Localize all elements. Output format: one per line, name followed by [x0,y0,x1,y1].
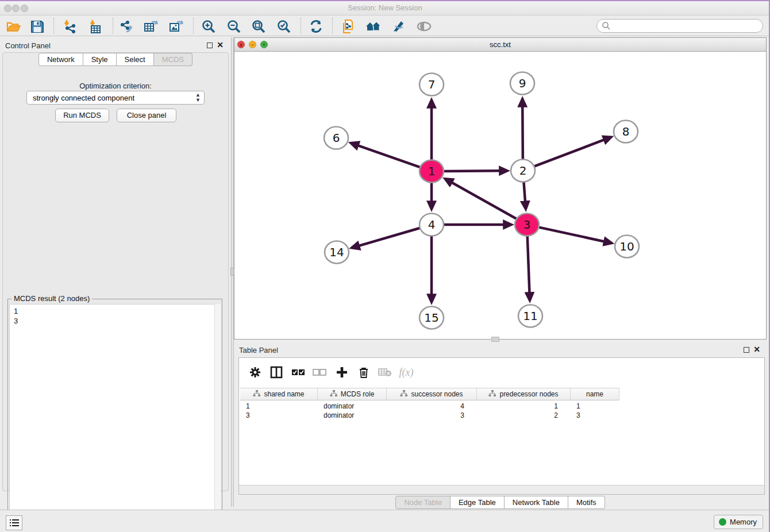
table-cell[interactable]: 1 [571,402,619,411]
network-close-button[interactable]: x [237,41,245,48]
tab-mcds[interactable]: MCDS [154,53,192,66]
network-graph[interactable]: 7968124314101511 [234,52,766,339]
edge-2-8[interactable] [533,140,605,167]
edge-4-14[interactable] [359,228,421,246]
graph-node-2[interactable]: 2 [511,160,535,182]
table-cell[interactable]: 2 [477,411,571,420]
column-header-name[interactable]: name [571,388,619,400]
open-session-icon[interactable] [5,18,21,34]
column-header-shared-name[interactable]: shared name [240,388,318,400]
export-network-icon[interactable] [118,18,134,34]
table-row[interactable]: 3dominator323 [240,411,619,420]
edge-1-2[interactable] [442,171,500,171]
import-table-icon[interactable] [87,18,103,34]
result-scrollbar[interactable] [214,304,221,514]
task-history-button[interactable] [6,515,22,530]
delete-icon[interactable] [356,365,371,380]
edge-2-3[interactable] [523,181,525,202]
graph-node-14[interactable]: 14 [325,241,349,264]
export-image-icon[interactable] [168,18,184,34]
zoom-in-icon[interactable] [201,18,217,34]
window-minimize-button[interactable] [12,5,20,12]
table-cell[interactable]: 3 [240,411,318,420]
graph-node-9[interactable]: 9 [510,72,534,95]
table-cell[interactable]: dominator [318,411,387,420]
table-cell[interactable]: dominator [318,402,387,411]
edge-3-1[interactable] [452,183,518,220]
refresh-icon[interactable] [308,18,324,34]
network-window-titlebar[interactable]: x − + scc.txt [234,38,766,52]
close-panel-button[interactable]: Close panel [117,109,176,122]
zoom-out-icon[interactable] [226,18,242,34]
gear-icon[interactable] [248,365,263,380]
column-header-predecessor-nodes[interactable]: predecessor nodes [477,388,571,400]
clone-network-icon[interactable] [340,18,356,34]
function-icon[interactable]: f(x) [399,365,414,380]
criterion-dropdown[interactable]: strongly connected component ▲▼ [26,91,205,105]
network-maximize-button[interactable]: + [260,41,268,48]
columns-icon[interactable] [269,365,284,380]
graph-node-3[interactable]: 3 [515,214,539,236]
graph-node-4[interactable]: 4 [419,214,444,236]
chevron-updown-icon: ▲▼ [195,92,201,103]
table-row[interactable]: 1dominator411 [240,402,619,411]
export-table-icon[interactable] [143,18,159,34]
edge-1-6[interactable] [358,145,422,168]
memory-button[interactable]: Memory [714,515,763,529]
home-icon[interactable] [365,18,382,34]
table-tab-edge-table[interactable]: Edge Table [451,496,505,509]
table-cell[interactable]: 3 [571,411,619,420]
close-panel-icon[interactable]: ✕ [217,40,224,49]
network-minimize-button[interactable]: − [249,41,256,48]
paint-icon[interactable] [390,18,406,34]
svg-text:15: 15 [424,311,438,325]
table-tab-node-table[interactable]: Node Table [395,496,451,509]
table-cell[interactable]: 1 [477,402,571,411]
zoom-selected-icon[interactable] [276,18,292,34]
tab-style[interactable]: Style [83,53,117,66]
add-icon[interactable] [334,365,349,380]
float-panel-icon[interactable] [207,43,213,48]
window-zoom-button[interactable] [21,5,28,12]
column-header-successor-nodes[interactable]: successor nodes [387,388,477,400]
toolbar-separator [301,18,301,34]
mcds-result-groupbox: MCDS result (2 nodes) 1 3 [7,299,222,515]
table-tab-network-table[interactable]: Network Table [505,496,568,509]
window-close-button[interactable] [4,5,11,12]
table-cell[interactable]: 1 [240,402,318,411]
edge-3-11[interactable] [528,235,530,293]
search-input[interactable] [611,22,749,30]
save-session-icon[interactable] [29,18,45,34]
optimization-criterion-label: Optimization criterion: [3,82,228,90]
run-mcds-button[interactable]: Run MCDS [55,109,109,122]
zoom-fit-icon[interactable] [251,18,267,34]
float-table-panel-icon[interactable] [744,347,749,353]
graph-node-10[interactable]: 10 [615,236,639,258]
graph-node-7[interactable]: 7 [419,74,444,96]
window-titlebar: Session: New Session [0,1,770,16]
eye-icon[interactable] [416,18,432,34]
graph-node-8[interactable]: 8 [614,121,638,143]
table-tab-motifs[interactable]: Motifs [568,496,605,509]
edge-3-10[interactable] [537,227,605,242]
select-all-icon[interactable] [291,365,306,380]
deselect-all-icon[interactable] [312,365,327,380]
search-field[interactable] [596,19,763,33]
table-hscroll[interactable] [239,485,764,494]
tab-select[interactable]: Select [117,53,154,66]
control-panel-title: Control Panel [0,37,231,50]
tab-network[interactable]: Network [38,53,83,66]
table-cell[interactable]: 3 [387,411,477,420]
graph-node-15[interactable]: 15 [419,307,444,329]
graph-node-11[interactable]: 11 [518,305,542,327]
table-cell[interactable]: 4 [387,402,477,411]
graph-node-6[interactable]: 6 [324,127,348,149]
delete-table-icon[interactable] [378,365,392,380]
horizontal-splitter-handle[interactable] [491,337,499,342]
import-network-icon[interactable] [61,18,78,34]
close-table-panel-icon[interactable]: ✕ [753,345,760,354]
mcds-result-text[interactable]: 1 3 [9,304,215,514]
edge-2-9[interactable] [522,106,523,160]
graph-node-1[interactable]: 1 [419,160,444,183]
column-header-MCDS-role[interactable]: MCDS role [318,388,387,400]
